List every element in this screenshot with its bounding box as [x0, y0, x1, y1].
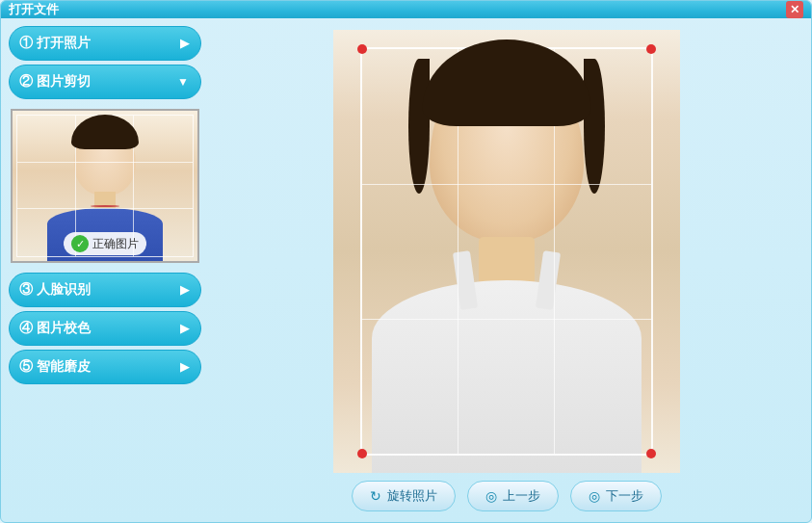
sidebar-item-open-photo[interactable]: ① 打开照片 ▶ — [9, 26, 201, 61]
rotate-label: 旋转照片 — [387, 487, 437, 505]
chevron-right-icon: ▶ — [180, 322, 189, 335]
sidebar-item-label: ③ 人脸识别 — [19, 281, 91, 299]
sidebar-item-label: ⑤ 智能磨皮 — [19, 358, 91, 376]
app-window: 打开文件 ✕ ① 打开照片 ▶ ② 图片剪切 ▼ — [0, 0, 812, 523]
rotate-button[interactable]: ↻ 旋转照片 — [352, 481, 456, 511]
next-label: 下一步 — [606, 487, 643, 505]
check-icon: ✓ — [71, 235, 89, 252]
close-button[interactable]: ✕ — [786, 1, 803, 18]
chevron-down-icon: ▼ — [177, 75, 189, 89]
grid-h1 — [17, 162, 193, 163]
valid-badge: ✓ 正确图片 — [64, 232, 146, 255]
rotate-icon: ↻ — [370, 488, 381, 504]
prev-icon: ◎ — [485, 488, 497, 504]
thumbnail-preview: ✓ 正确图片 — [11, 109, 199, 263]
chevron-right-icon: ▶ — [180, 360, 189, 374]
sidebar-item-label: ④ 图片校色 — [19, 320, 91, 337]
next-button[interactable]: ◎ 下一步 — [570, 481, 662, 511]
chevron-right-icon: ▶ — [180, 283, 189, 297]
valid-label: 正确图片 — [92, 236, 139, 252]
body-shape — [372, 280, 642, 473]
sidebar-item-face-recognition[interactable]: ③ 人脸识别 ▶ — [9, 273, 201, 307]
chevron-right-icon: ▶ — [180, 37, 189, 50]
person-image — [333, 30, 680, 473]
hair-top — [422, 39, 590, 126]
title-bar: 打开文件 ✕ — [1, 1, 811, 18]
content-area: ① 打开照片 ▶ ② 图片剪切 ▼ — [1, 18, 811, 523]
hair-side-left — [408, 59, 430, 194]
grid-h2 — [17, 208, 193, 209]
prev-label: 上一步 — [503, 487, 540, 505]
sidebar-item-label: ① 打开照片 — [19, 35, 91, 52]
sidebar-item-crop-image[interactable]: ② 图片剪切 ▼ — [9, 65, 201, 99]
main-area: ↻ 旋转照片 ◎ 上一步 ◎ 下一步 — [209, 26, 803, 519]
bottom-toolbar: ↻ 旋转照片 ◎ 上一步 ◎ 下一步 — [352, 481, 662, 511]
next-icon: ◎ — [589, 488, 600, 504]
sidebar-item-color-calibration[interactable]: ④ 图片校色 ▶ — [9, 311, 201, 346]
hair-side-right — [584, 59, 605, 194]
window-title: 打开文件 — [9, 1, 59, 18]
sidebar-item-label: ② 图片剪切 — [19, 73, 91, 91]
sidebar-item-smart-skin[interactable]: ⑤ 智能磨皮 ▶ — [9, 350, 201, 384]
sidebar: ① 打开照片 ▶ ② 图片剪切 ▼ — [9, 26, 201, 519]
image-frame[interactable] — [333, 30, 680, 473]
prev-button[interactable]: ◎ 上一步 — [467, 481, 559, 511]
